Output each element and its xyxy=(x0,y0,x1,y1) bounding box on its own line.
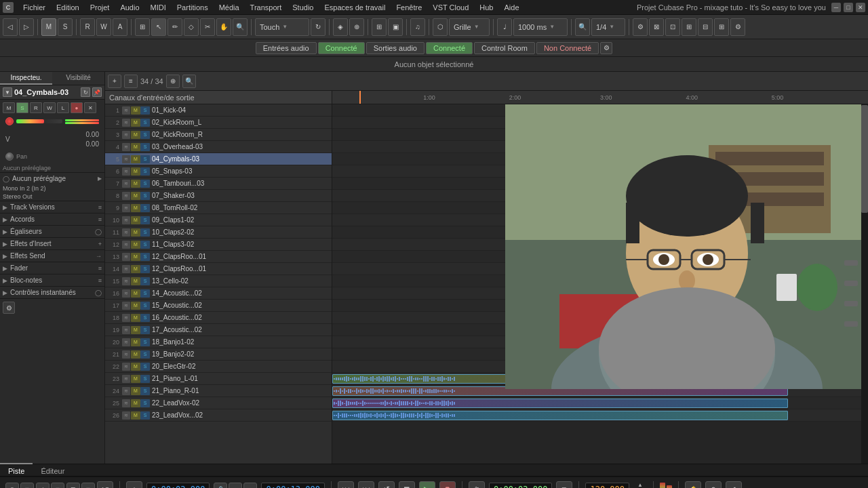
track-s-16[interactable]: S xyxy=(140,289,150,298)
menu-espaces[interactable]: Espaces de travail xyxy=(319,2,391,13)
grid-btn2[interactable]: ▣ xyxy=(388,18,403,36)
grid-snap-btn[interactable]: ⊞ xyxy=(372,18,387,36)
track-s-25[interactable]: S xyxy=(140,399,150,407)
track-m-12[interactable]: M xyxy=(131,241,140,249)
inspector-effets-send[interactable]: ▶ Effets Send → xyxy=(0,249,104,262)
search-btn[interactable]: 🔍 xyxy=(575,18,590,36)
track-m-4[interactable]: M xyxy=(131,143,140,151)
track-settings-btn[interactable]: ≡ xyxy=(124,75,138,88)
loop-btn[interactable]: ⊕ xyxy=(349,18,364,36)
track-row-25[interactable]: 25 ≋ M S 22_LeadVox-02 xyxy=(105,397,332,409)
track-row-23[interactable]: 23 ≋ M S 21_Piano_L-01 xyxy=(105,373,332,385)
entrees-audio-status[interactable]: Connecté xyxy=(318,42,365,54)
track-vis-2[interactable]: ≋ xyxy=(122,119,130,127)
misc-tbtn2[interactable]: ▼ xyxy=(81,483,95,489)
track-row-4[interactable]: 4 ≋ M S 03_Overhead-03 xyxy=(105,141,332,153)
track-s-11[interactable]: S xyxy=(140,228,150,237)
menu-fichier[interactable]: Fichier xyxy=(18,2,51,13)
punch-in-btn[interactable]: ↓ xyxy=(229,483,242,489)
track-row-17[interactable]: 17 ≋ M S 15_Acoustic...02 xyxy=(105,300,332,312)
track-m-1[interactable]: M xyxy=(131,106,140,115)
track-m-21[interactable]: M xyxy=(131,350,140,359)
insp-l-btn[interactable]: L xyxy=(57,102,69,113)
track-row-5[interactable]: 5 ≋ M S 04_Cymbals-03 xyxy=(105,153,332,165)
track-m-14[interactable]: M xyxy=(131,265,140,273)
inspector-settings-btn[interactable]: ↻ xyxy=(81,87,90,97)
track-m-8[interactable]: M xyxy=(131,192,140,200)
tab-inspector[interactable]: Inspecteu. xyxy=(0,72,52,85)
track-row-1[interactable]: 1 ≋ M S 01_Kick-04 xyxy=(105,104,332,117)
inspector-bloc-notes[interactable]: ▶ Bloc-notes ≡ xyxy=(0,274,104,286)
track-vis-3[interactable]: ≋ xyxy=(122,131,130,139)
track-row-13[interactable]: 13 ≋ M S 12_ClapsRoo...01 xyxy=(105,251,332,263)
inspector-controles-instantanes[interactable]: ▶ Contrôles instantanés ◯ xyxy=(0,286,104,298)
track-row-15[interactable]: 15 ≋ M S 13_Cello-02 xyxy=(105,275,332,287)
metronome-icon[interactable]: ♩ xyxy=(497,18,512,36)
track-m-15[interactable]: M xyxy=(131,277,140,285)
entrees-audio-label[interactable]: Entrées audio xyxy=(256,42,317,54)
inspector-fader[interactable]: ▶ Fader ≡ xyxy=(0,262,104,274)
track-s-10[interactable]: S xyxy=(140,216,150,224)
track-row-7[interactable]: 7 ≋ M S 06_Tambouri...03 xyxy=(105,178,332,190)
track-row-8[interactable]: 8 ≋ M S 07_Shaker-03 xyxy=(105,190,332,202)
tool-split[interactable]: ✂ xyxy=(200,18,215,36)
maximize-button[interactable]: □ xyxy=(844,3,853,12)
track-vis-4[interactable]: ≋ xyxy=(122,143,130,151)
track-m-25[interactable]: M xyxy=(131,399,140,407)
track-s-12[interactable]: S xyxy=(140,241,150,249)
track-m-3[interactable]: M xyxy=(131,131,140,139)
tool-erase[interactable]: ◇ xyxy=(184,18,199,36)
loop-btn2[interactable]: ↺ xyxy=(378,481,395,489)
track-s-9[interactable]: S xyxy=(140,204,150,212)
inspector-track-versions[interactable]: ▶ Track Versions ≡ xyxy=(0,201,104,213)
track-s-21[interactable]: S xyxy=(140,350,150,359)
go-to-end-btn[interactable]: ⏭ xyxy=(358,481,374,489)
track-m-26[interactable]: M xyxy=(131,411,140,420)
misc-btn2[interactable]: ⊠ xyxy=(649,18,664,36)
track-vis-14[interactable]: ≋ xyxy=(122,265,130,273)
track-m-20[interactable]: M xyxy=(131,338,140,346)
track-m-7[interactable]: M xyxy=(131,180,140,188)
track-m-2[interactable]: M xyxy=(131,119,140,127)
track-m-19[interactable]: M xyxy=(131,326,140,334)
track-row-9[interactable]: 9 ≋ M S 08_TomRoll-02 xyxy=(105,202,332,214)
track-vis-19[interactable]: ≋ xyxy=(122,326,130,334)
go-to-start-btn[interactable]: ⏮ xyxy=(338,481,354,489)
punch-btn[interactable]: I xyxy=(126,481,142,489)
track-vis-23[interactable]: ≋ xyxy=(122,375,130,383)
pan-knob[interactable] xyxy=(5,152,14,161)
track-row-26[interactable]: 26 ≋ M S 23_LeadVox...02 xyxy=(105,409,332,422)
track-vis-13[interactable]: ≋ xyxy=(122,253,130,261)
track-vis-11[interactable]: ≋ xyxy=(122,228,130,237)
menu-midi[interactable]: MIDI xyxy=(145,2,172,13)
track-vis-17[interactable]: ≋ xyxy=(122,302,130,310)
m-toggle[interactable]: M xyxy=(41,18,56,36)
track-s-17[interactable]: S xyxy=(140,302,150,310)
lane-26[interactable] xyxy=(332,409,868,422)
snap-icon[interactable]: ⊞ xyxy=(135,18,150,36)
track-s-4[interactable]: S xyxy=(140,143,150,151)
misc-btn4[interactable]: ⊞ xyxy=(682,18,696,36)
track-m-6[interactable]: M xyxy=(131,167,140,176)
s-toggle[interactable]: S xyxy=(58,18,73,36)
track-vis-6[interactable]: ≋ xyxy=(122,167,130,176)
menu-hub[interactable]: Hub xyxy=(474,2,498,13)
track-s-1[interactable]: S xyxy=(140,106,150,115)
track-s-15[interactable]: S xyxy=(140,277,150,285)
track-vis-18[interactable]: ≋ xyxy=(122,314,130,322)
undo-button[interactable]: ◁ xyxy=(3,18,18,36)
misc-btn7[interactable]: ⚙ xyxy=(730,18,745,36)
drum-icon[interactable]: ⬡ xyxy=(433,18,448,36)
midi-btn[interactable]: ♫ xyxy=(410,18,425,36)
track-row-20[interactable]: 20 ≋ M S 18_Banjo1-02 xyxy=(105,336,332,348)
track-vis-24[interactable]: ≋ xyxy=(122,387,130,395)
track-m-5[interactable]: M xyxy=(131,155,140,163)
menu-media[interactable]: Média xyxy=(214,2,245,13)
track-vis-9[interactable]: ≋ xyxy=(122,204,130,212)
track-s-5[interactable]: S xyxy=(140,155,150,163)
r-toggle[interactable]: R xyxy=(80,18,95,36)
track-row-16[interactable]: 16 ≋ M S 14_Acoustic...02 xyxy=(105,287,332,300)
inspector-config-button[interactable]: ⚙ xyxy=(3,302,15,314)
track-vis-10[interactable]: ≋ xyxy=(122,216,130,224)
tempo-up-btn[interactable]: ▲ xyxy=(633,481,647,488)
